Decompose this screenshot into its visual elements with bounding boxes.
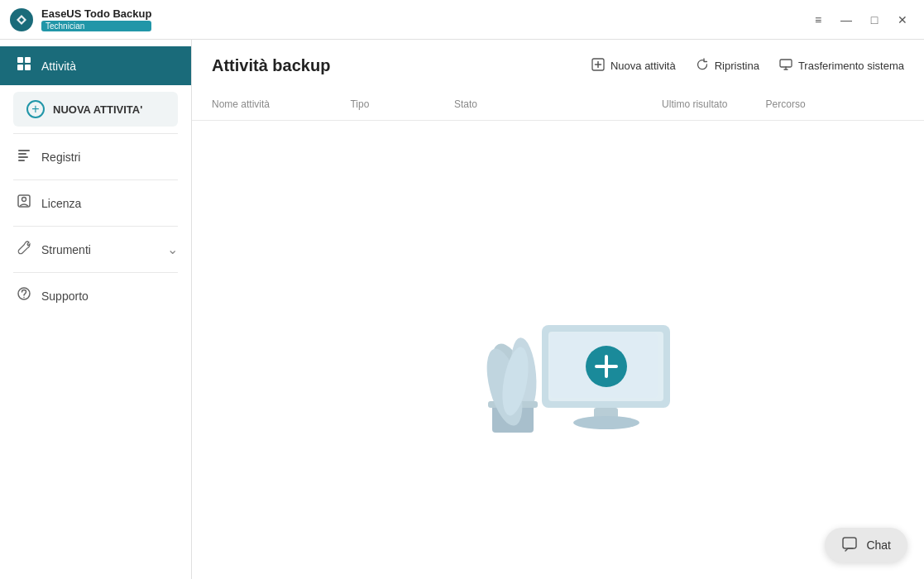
table-header: Nome attività Tipo Stato Ultimo risultat… [192, 89, 924, 121]
tools-icon [17, 240, 31, 259]
sidebar-item-label-strumenti: Strumenti [41, 243, 91, 256]
chat-button[interactable]: Chat [825, 528, 907, 562]
transfer-icon [779, 58, 792, 74]
main-layout: Attività + NUOVA ATTIVITA' Regis [0, 40, 924, 579]
maximize-icon: □ [871, 13, 878, 26]
sidebar-item-supporto[interactable]: Supporto [0, 276, 191, 315]
header-actions: Nuova attività Ripristina [591, 58, 904, 74]
app-badge: Technician [41, 21, 151, 31]
col-name: Nome attività [212, 98, 350, 110]
col-path: Percorso [766, 98, 904, 110]
col-type: Tipo [350, 98, 454, 110]
svg-rect-5 [18, 150, 30, 151]
svg-rect-6 [18, 153, 26, 155]
col-status: Stato [454, 98, 662, 110]
menu-icon: ≡ [815, 13, 821, 26]
close-icon: ✕ [898, 13, 907, 26]
content-area: Attività backup Nuova attività [192, 40, 924, 579]
svg-rect-2 [25, 57, 31, 63]
minimize-icon: — [840, 13, 852, 26]
sidebar-divider-3 [13, 226, 178, 227]
sidebar-divider-2 [13, 179, 178, 180]
chat-icon [841, 536, 859, 554]
sidebar-item-label-registri: Registri [41, 151, 80, 164]
sidebar-item-label-supporto: Supporto [41, 290, 89, 303]
title-bar-left: EaseUS Todo Backup Technician [10, 7, 151, 31]
title-bar: EaseUS Todo Backup Technician ≡ — □ ✕ [0, 0, 924, 40]
sidebar-item-licenza[interactable]: Licenza [0, 184, 191, 223]
app-title-block: EaseUS Todo Backup Technician [41, 7, 151, 31]
maximize-button[interactable]: □ [863, 8, 886, 31]
help-icon [17, 286, 31, 305]
svg-point-10 [22, 198, 26, 202]
sidebar: Attività + NUOVA ATTIVITA' Regis [0, 40, 192, 579]
close-button[interactable]: ✕ [891, 8, 914, 31]
list-icon [17, 147, 31, 166]
new-activity-label: NUOVA ATTIVITA' [53, 103, 142, 116]
sidebar-nav: Attività + NUOVA ATTIVITA' Regis [0, 40, 191, 322]
new-activity-action-button[interactable]: Nuova attività [591, 58, 676, 74]
menu-button[interactable]: ≡ [807, 8, 830, 31]
svg-rect-7 [18, 156, 28, 158]
sidebar-item-label-attivita: Attività [41, 60, 76, 73]
new-activity-button[interactable]: + NUOVA ATTIVITA' [13, 92, 178, 127]
content-header: Attività backup Nuova attività [192, 40, 924, 75]
sidebar-item-attivita[interactable]: Attività [0, 46, 191, 85]
restore-icon [696, 58, 709, 74]
svg-rect-27 [843, 538, 856, 548]
svg-point-21 [573, 416, 639, 429]
restore-label: Ripristina [715, 60, 759, 72]
transfer-label: Trasferimento sistema [798, 60, 904, 72]
svg-rect-8 [18, 160, 25, 161]
svg-rect-3 [17, 65, 23, 70]
empty-illustration [426, 259, 691, 441]
page-title: Attività backup [212, 56, 330, 75]
svg-point-12 [23, 297, 25, 299]
plus-box-icon [591, 58, 605, 74]
plus-circle-icon: + [26, 100, 45, 118]
app-logo-icon [10, 8, 33, 31]
svg-rect-4 [25, 65, 31, 70]
badge-icon [17, 194, 31, 213]
chevron-down-icon: ⌄ [167, 242, 178, 257]
svg-rect-1 [17, 57, 23, 63]
title-bar-controls: ≡ — □ ✕ [807, 8, 914, 31]
sidebar-divider-1 [13, 133, 178, 134]
empty-illustration-svg [426, 259, 691, 441]
transfer-button[interactable]: Trasferimento sistema [779, 58, 904, 74]
chat-label: Chat [866, 538, 891, 552]
sidebar-divider-4 [13, 272, 178, 273]
sidebar-item-registri[interactable]: Registri [0, 137, 191, 176]
new-activity-action-label: Nuova attività [610, 60, 676, 72]
empty-state [192, 121, 924, 579]
minimize-button[interactable]: — [835, 8, 858, 31]
sidebar-item-label-licenza: Licenza [41, 197, 81, 210]
svg-rect-14 [780, 60, 792, 67]
grid-icon [17, 56, 31, 75]
sidebar-item-strumenti[interactable]: Strumenti ⌄ [0, 230, 191, 269]
restore-button[interactable]: Ripristina [696, 58, 759, 74]
col-result: Ultimo risultato [662, 98, 766, 110]
app-name: EaseUS Todo Backup [41, 7, 151, 20]
